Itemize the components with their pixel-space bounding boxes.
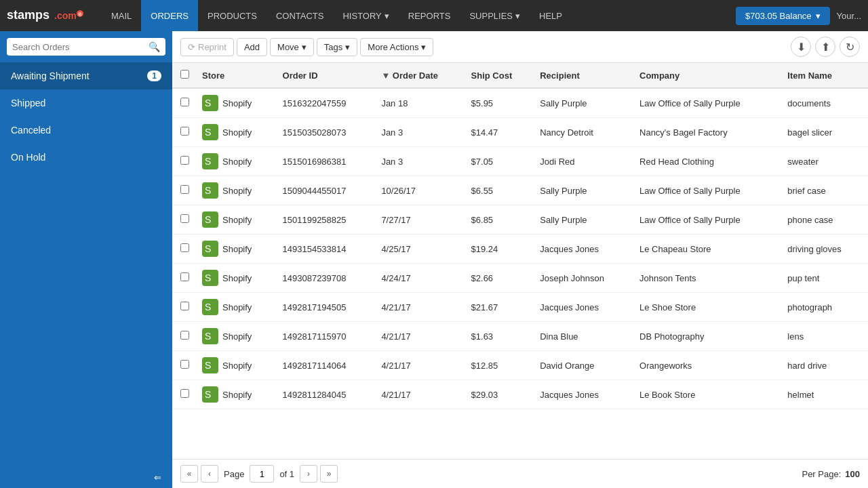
store-cell: S Shopify	[197, 88, 277, 118]
refresh-icon-button[interactable]: ↻	[840, 37, 860, 57]
recipient-cell: Jacques Jones	[534, 293, 634, 322]
row-checkbox[interactable]	[180, 331, 189, 340]
recipient-cell: Sally Purple	[534, 176, 634, 205]
item-name-cell: photograph	[782, 293, 868, 322]
balance-button[interactable]: $703.05 Balance ▾	[736, 7, 830, 25]
sidebar-item-shipped[interactable]: Shipped	[0, 89, 172, 117]
prev-page-button[interactable]: ‹	[201, 465, 218, 483]
order-id-cell: 1515035028073	[277, 118, 376, 147]
next-page-button[interactable]: ›	[300, 465, 317, 483]
row-checkbox-cell	[172, 264, 197, 293]
table-row: S Shopify 14928171140644/21/17$12.85Davi…	[172, 351, 868, 380]
shopify-icon: S	[202, 328, 218, 344]
row-checkbox[interactable]	[180, 272, 189, 281]
company-cell: Le Shoe Store	[634, 293, 782, 322]
store-cell: S Shopify	[197, 235, 277, 264]
store-name: Shopify	[222, 390, 252, 400]
company-cell: Law Office of Sally Purple	[634, 88, 782, 118]
nav-history[interactable]: HISTORY ▾	[333, 0, 398, 31]
recipient-cell: Sally Purple	[534, 88, 634, 118]
sidebar-search-area: 🔍	[0, 31, 172, 62]
nav-supplies[interactable]: SUPPLIES ▾	[460, 0, 530, 31]
reprint-button[interactable]: ⟳ Reprint	[180, 38, 234, 56]
row-checkbox[interactable]	[180, 243, 189, 252]
shopify-icon: S	[202, 211, 218, 228]
order-date-column-header[interactable]: ▼ Order Date	[376, 63, 465, 88]
nav-reports[interactable]: REPORTS	[399, 0, 460, 31]
sidebar-collapse-button[interactable]: ⇐	[0, 467, 172, 488]
upload-icon-button[interactable]: ⬆	[815, 37, 835, 57]
order-id-cell: 1501199258825	[277, 205, 376, 235]
awaiting-shipment-badge: 1	[147, 70, 161, 81]
store-name: Shopify	[222, 157, 252, 167]
svg-text:S: S	[205, 127, 211, 138]
download-icon-button[interactable]: ⬇	[791, 37, 811, 57]
ship-cost-cell: $12.85	[466, 351, 535, 380]
toolbar: ⟳ Reprint Add Move ▾ Tags ▾ More Actions…	[172, 31, 868, 63]
order-date-cell: Jan 3	[376, 118, 465, 147]
item-name-cell: brief case	[782, 176, 868, 205]
download-icon: ⬇	[797, 41, 806, 54]
page-number-input[interactable]	[250, 465, 274, 483]
row-checkbox[interactable]	[180, 156, 189, 165]
order-id-column-header[interactable]: Order ID	[277, 63, 376, 88]
store-column-header[interactable]: Store	[197, 63, 277, 88]
item-name-cell: sweater	[782, 147, 868, 176]
row-checkbox[interactable]	[180, 214, 189, 223]
ship-cost-cell: $7.05	[466, 147, 535, 176]
item-name-column-header[interactable]: Item Name	[782, 63, 868, 88]
svg-text:S: S	[205, 98, 211, 108]
page-label: Page	[224, 469, 244, 479]
shopify-icon: S	[202, 241, 218, 257]
nav-mail[interactable]: MAIL	[102, 0, 141, 31]
row-checkbox[interactable]	[180, 185, 189, 194]
sidebar-item-on-hold[interactable]: On Hold	[0, 144, 172, 171]
search-input[interactable]	[12, 42, 144, 52]
ship-cost-cell: $2.66	[466, 264, 535, 293]
ship-cost-cell: $14.47	[466, 118, 535, 147]
row-checkbox[interactable]	[180, 127, 189, 136]
refresh-icon: ↻	[846, 41, 854, 54]
more-actions-button[interactable]: More Actions ▾	[360, 38, 433, 56]
svg-text:S: S	[205, 185, 211, 196]
order-date-cell: 7/27/17	[376, 205, 465, 235]
store-cell: S Shopify	[197, 176, 277, 205]
row-checkbox[interactable]	[180, 98, 189, 106]
row-checkbox-cell	[172, 118, 197, 147]
sidebar-item-canceled[interactable]: Canceled	[0, 117, 172, 144]
nav-help[interactable]: HELP	[530, 0, 572, 31]
order-date-cell: Jan 18	[376, 88, 465, 118]
account-link[interactable]: Your...	[837, 11, 861, 21]
add-button[interactable]: Add	[237, 38, 267, 56]
ship-cost-column-header[interactable]: Ship Cost	[466, 63, 535, 88]
sidebar-item-awaiting-shipment[interactable]: Awaiting Shipment 1	[0, 62, 172, 89]
upload-icon: ⬆	[821, 41, 830, 54]
move-button[interactable]: Move ▾	[270, 38, 314, 56]
table-row: S Shopify 1515035028073Jan 3$14.47Nancy …	[172, 118, 868, 147]
recipient-column-header[interactable]: Recipient	[534, 63, 634, 88]
row-checkbox[interactable]	[180, 302, 189, 310]
row-checkbox[interactable]	[180, 360, 189, 369]
nav-orders[interactable]: ORDERS	[141, 0, 198, 31]
select-all-checkbox[interactable]	[180, 70, 189, 79]
svg-text:®: ®	[78, 12, 82, 18]
svg-text:S: S	[205, 360, 211, 371]
first-page-button[interactable]: «	[180, 465, 198, 483]
nav-products[interactable]: PRODUCTS	[198, 0, 267, 31]
table-row: S Shopify 1516322047559Jan 18$5.95Sally …	[172, 88, 868, 118]
order-id-cell: 1492817194505	[277, 293, 376, 322]
nav-contacts[interactable]: CONTACTS	[267, 0, 334, 31]
shopify-icon: S	[202, 299, 218, 315]
order-date-cell: 10/26/17	[376, 176, 465, 205]
row-checkbox[interactable]	[180, 389, 189, 398]
order-id-cell: 1509044455017	[277, 176, 376, 205]
logo: stamps .com ®	[7, 4, 88, 28]
last-page-button[interactable]: »	[320, 465, 338, 483]
tags-button[interactable]: Tags ▾	[317, 38, 357, 56]
item-name-cell: documents	[782, 88, 868, 118]
shopify-icon: S	[202, 386, 218, 403]
company-column-header[interactable]: Company	[634, 63, 782, 88]
recipient-cell: Jodi Red	[534, 147, 634, 176]
per-page-value: 100	[845, 469, 860, 479]
search-box[interactable]: 🔍	[7, 38, 165, 56]
